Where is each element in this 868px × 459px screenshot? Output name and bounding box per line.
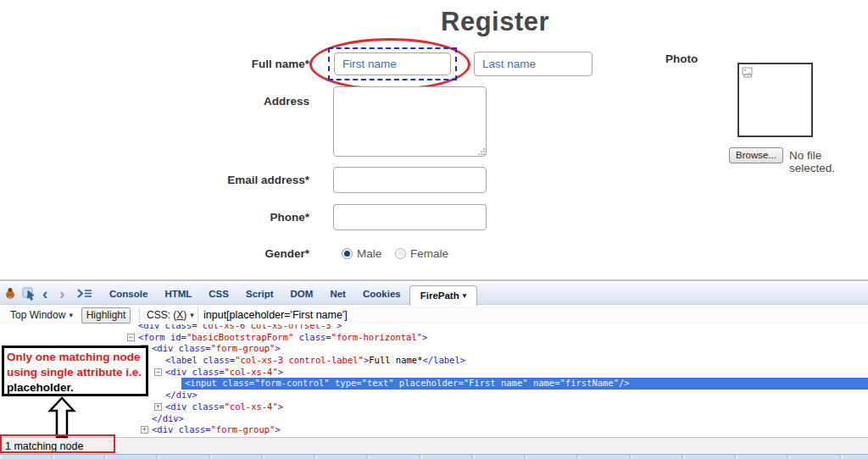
collapse-icon[interactable]: − [154, 368, 162, 376]
code-segment: Full name* [369, 355, 422, 365]
code-segment: > [337, 324, 342, 330]
annotation-arrow-icon [47, 396, 76, 439]
firebug-tab-bar: ‹ › Console HTML CSS Script DOM Net Cook… [0, 283, 868, 305]
code-segment: > [422, 332, 427, 342]
frame-selector-dropdown[interactable]: Top Window [10, 309, 73, 321]
code-segment: class= [293, 332, 331, 342]
code-segment: > [278, 367, 283, 377]
code-segment: "col-xs-6 col-xs-offset-3" [198, 324, 337, 330]
tree-line[interactable]: +<div class="col-xs-4"> [0, 401, 868, 413]
broken-image-icon [742, 67, 754, 78]
toolbar-separator [139, 307, 140, 324]
last-name-input[interactable] [474, 52, 593, 76]
tree-line[interactable]: +<div class="form-group"> [0, 424, 868, 436]
code-segment: <div class= [165, 401, 225, 412]
annotation-match-rect [0, 434, 115, 453]
tree-line[interactable]: <div class="col-xs-6 col-xs-offset-3"> [0, 324, 868, 332]
photo-label: Photo [665, 53, 698, 65]
code-segment: > [278, 401, 283, 412]
expand-icon[interactable]: + [141, 426, 148, 434]
code-segment: <div class= [138, 324, 198, 330]
email-input[interactable] [333, 167, 487, 193]
tree-line[interactable]: </div> [0, 413, 868, 425]
firepath-toolbar: Top Window Highlight CSS: (X) input[plac… [0, 306, 868, 325]
firebug-tabs: Console HTML CSS Script DOM Net Cookies … [101, 283, 477, 305]
annotation-note-box: Only one matching node using single attr… [2, 346, 148, 396]
code-segment: > [275, 424, 280, 434]
tab-console[interactable]: Console [101, 283, 156, 305]
taskbar-strip [0, 454, 868, 459]
code-segment: </label> [422, 355, 465, 365]
expand-icon[interactable]: + [154, 403, 162, 411]
email-label: Email address* [182, 174, 309, 186]
code-segment: <label class= [165, 355, 235, 365]
xpath-expression-input[interactable]: input[placeholder='First name'] [203, 309, 348, 321]
resize-grip-icon[interactable] [478, 148, 486, 156]
code-segment: </div> [165, 390, 198, 400]
address-label: Address [182, 95, 309, 108]
gender-female-label: Female [410, 247, 448, 260]
collapse-icon[interactable]: − [127, 334, 135, 341]
page-title: Register [441, 7, 549, 37]
photo-preview-box [737, 63, 813, 137]
code-segment: "form-group" [211, 343, 275, 353]
first-name-input[interactable] [334, 53, 451, 75]
gender-male-label: Male [357, 247, 381, 260]
code-segment: <div class= [165, 367, 225, 377]
code-segment: <div class= [152, 424, 211, 434]
selector-mode-dropdown[interactable]: CSS: (X) [147, 309, 194, 321]
code-segment: "form-group" [211, 424, 275, 434]
toolbar-separator2 [198, 307, 198, 324]
gender-female-radio[interactable] [395, 248, 406, 259]
tab-cookies[interactable]: Cookies [354, 283, 409, 305]
phone-label: Phone* [182, 211, 309, 224]
code-segment: > [275, 343, 280, 353]
inspect-icon[interactable] [22, 286, 36, 301]
tab-script[interactable]: Script [237, 283, 282, 305]
no-file-selected-text: No file selected. [789, 149, 868, 174]
code-segment: <form id= [138, 332, 186, 342]
code-segment: "col-xs-4" [225, 367, 278, 377]
code-segment: "basicBootstrapForm" [186, 332, 293, 342]
firebug-icon[interactable] [3, 286, 16, 301]
code-segment: </div> [152, 413, 184, 423]
code-segment: "col-xs-3 control-label" [235, 355, 364, 365]
tab-html[interactable]: HTML [156, 283, 200, 305]
firepath-status-bar: 1 matching node [0, 437, 868, 454]
tree-line[interactable]: −<form id="basicBootstrapForm" class="fo… [0, 332, 868, 344]
tab-dom[interactable]: DOM [282, 283, 322, 305]
code-segment: "col-xs-4" [225, 401, 278, 412]
panel-list-icon[interactable] [77, 286, 92, 301]
highlight-button[interactable]: Highlight [81, 307, 131, 324]
code-segment: "form-horizontal" [331, 332, 422, 342]
code-segment: <div class= [152, 343, 211, 353]
tab-net[interactable]: Net [321, 283, 354, 305]
tab-firepath[interactable]: FirePath [409, 285, 478, 306]
gender-label: Gender* [182, 247, 309, 260]
back-icon[interactable]: ‹ [42, 286, 47, 301]
browse-button[interactable]: Browse... [729, 147, 783, 163]
code-segment: <input class="form-control" type="text" … [185, 378, 630, 388]
gender-male-radio[interactable] [342, 248, 353, 259]
tab-css[interactable]: CSS [200, 283, 237, 305]
address-textarea[interactable] [333, 86, 487, 157]
full-name-label: Full name* [182, 58, 309, 70]
phone-input[interactable] [333, 204, 487, 230]
forward-icon[interactable]: › [59, 286, 64, 301]
